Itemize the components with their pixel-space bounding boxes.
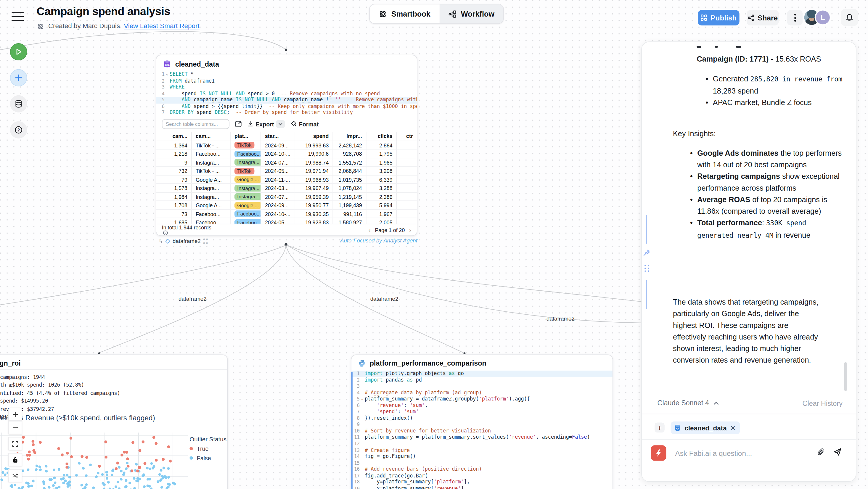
ask-fabi-input[interactable]: [674, 447, 813, 460]
assistant-paragraph: The data shows that retargeting campaign…: [673, 296, 820, 366]
chart-cell-campaign-roi[interactable]: campaign_roi Total valid campaigns: 1944…: [0, 354, 228, 489]
table-row[interactable]: 1,364TikTok - ...TikTok2024-09...19,993.…: [156, 141, 417, 150]
sql-output-dataframe[interactable]: ↳ dataframe2 ●●●●: [158, 237, 209, 245]
help-button[interactable]: ?: [10, 121, 27, 139]
paperclip-icon: [817, 448, 825, 456]
column-header[interactable]: clicks: [367, 132, 397, 141]
code-line: 15: [351, 460, 613, 466]
tab-workflow-label: Workflow: [461, 10, 494, 18]
scatter-plot[interactable]: [0, 432, 188, 489]
search-table-columns-input[interactable]: [162, 119, 229, 129]
data-sources-button[interactable]: [10, 95, 27, 113]
view-latest-smart-report-link[interactable]: View Latest Smart Report: [124, 22, 199, 30]
shuffle-button[interactable]: [8, 469, 22, 483]
view-toggle[interactable]: Smartbook Workflow: [369, 4, 504, 24]
column-header[interactable]: plat...: [230, 132, 261, 141]
export-button[interactable]: Export: [247, 120, 285, 128]
table-row[interactable]: 1,708Google A...Google ...2024-09...19,9…: [156, 201, 417, 210]
export-dropdown[interactable]: [276, 120, 285, 128]
share-button[interactable]: Share: [747, 10, 779, 26]
zoom-in-button[interactable]: [8, 407, 22, 421]
table-cell: 19,968.93: [294, 176, 333, 184]
format-paint-icon: [291, 121, 297, 127]
table-cell: 2024-03...: [261, 184, 294, 192]
connector-dot-top[interactable]: [285, 49, 287, 51]
send-button[interactable]: [833, 448, 842, 456]
legend-item-false[interactable]: False: [189, 455, 226, 461]
tab-smartbook[interactable]: Smartbook: [370, 4, 439, 23]
table-cell: 2,068,844: [333, 167, 366, 175]
table-row[interactable]: 1,218Faceboo...Faceboo...2024-10-...19,9…: [156, 150, 417, 158]
prev-page-button[interactable]: ‹: [369, 226, 371, 233]
remove-context-icon[interactable]: ✕: [730, 424, 736, 432]
ai-assistant-panel[interactable]: Campaign (ID: 1771) - 15.63x ROAS Genera…: [641, 41, 856, 482]
table-cell: 3,288: [367, 184, 397, 192]
code-line: 1import plotly.graph_objects as go: [351, 371, 613, 377]
tab-workflow[interactable]: Workflow: [439, 4, 503, 23]
table-row[interactable]: 9Instagra...Instagra...2024-07...19,988.…: [156, 158, 417, 167]
zoom-out-button[interactable]: [8, 421, 22, 434]
next-page-button[interactable]: ›: [409, 226, 411, 233]
table-cell: TikTok - ...: [192, 167, 230, 175]
sql-cell-header[interactable]: SQL cleaned_data: [156, 55, 417, 70]
table-cell: 2024-11-...: [261, 176, 294, 184]
share-icon: [748, 14, 754, 21]
platform-cell: TikTok: [230, 167, 261, 175]
table-footer: In total 1,944 recordsi ‹ Page 1 of 20 ›: [156, 224, 417, 235]
code-line: 3: [351, 383, 613, 390]
format-button[interactable]: Format: [291, 121, 319, 127]
model-selector[interactable]: Claude Sonnet 4: [657, 399, 719, 407]
more-options-button[interactable]: [787, 10, 803, 26]
lock-axes-button[interactable]: [8, 453, 22, 466]
hamburger-menu-icon[interactable]: [11, 12, 24, 22]
column-header[interactable]: spend: [294, 132, 333, 141]
legend-item-true[interactable]: True: [189, 445, 226, 452]
column-header[interactable]: cam...: [156, 132, 192, 141]
column-header[interactable]: star...: [261, 132, 294, 141]
cell-title: cleaned_data: [175, 60, 219, 68]
connector-dot-bottom[interactable]: [284, 243, 287, 246]
table-cell: 19,993.63: [294, 141, 333, 149]
python-editor[interactable]: 1import plotly.graph_objects as go2impor…: [351, 371, 613, 489]
add-context-button[interactable]: +: [655, 422, 664, 432]
notifications-button[interactable]: [841, 9, 858, 26]
column-header[interactable]: cam...: [192, 132, 230, 141]
scrollbar-thumb[interactable]: [844, 362, 847, 391]
chart-cell-header[interactable]: campaign_roi: [0, 355, 227, 369]
sql-cell-cleaned-data[interactable]: SQL cleaned_data 1⌄SELECT *2FROM datafra…: [156, 55, 417, 236]
attach-file-button[interactable]: [817, 448, 825, 456]
unpin-panel-icon[interactable]: [643, 249, 651, 257]
table-cell: Instagra...: [192, 184, 230, 192]
bolt-icon: [654, 449, 663, 457]
python-cell-platform-performance[interactable]: platform_performance_comparison 1import …: [351, 354, 613, 489]
publish-button[interactable]: Publish: [698, 10, 739, 26]
table-cell: 1,967: [367, 210, 397, 218]
python-cell-header[interactable]: platform_performance_comparison: [351, 355, 613, 369]
platform-badge: Google ...: [235, 176, 261, 183]
workflow-canvas[interactable]: dataframe2 dataframe2 dataframe2 datafra…: [0, 0, 868, 489]
sql-editor[interactable]: 1⌄SELECT *2FROM dataframe13WHERE4 spend …: [156, 71, 417, 116]
autoscale-button[interactable]: [8, 437, 22, 450]
drag-handle-icon[interactable]: ●●●●: [203, 237, 209, 245]
table-row[interactable]: 79Google A...Google ...2024-11-...19,968…: [156, 176, 417, 184]
table-row[interactable]: 73Faceboo...Faceboo...2024-10-...19,930.…: [156, 210, 417, 218]
plot-legend[interactable]: Outlier Status True False: [189, 436, 226, 461]
table-row[interactable]: 1,578Instagra...Instagra...2024-03...19,…: [156, 184, 417, 193]
table-cell: Google A...: [192, 176, 230, 184]
table-cell: [397, 193, 417, 201]
table-cell: [397, 150, 417, 158]
context-chip-cleaned-data[interactable]: SQL cleaned_data ✕: [671, 422, 740, 434]
column-header[interactable]: ctr: [397, 132, 417, 141]
run-all-button[interactable]: [10, 43, 27, 60]
table-cell: [397, 176, 417, 184]
result-table[interactable]: cam...cam...plat...star...spendimpr...cl…: [156, 132, 417, 227]
table-cell: [397, 201, 417, 209]
table-row[interactable]: 732TikTok - ...TikTok2024-05...19,971.94…: [156, 167, 417, 176]
table-row[interactable]: 1,984Instagra...Instagra...2024-07...19,…: [156, 193, 417, 201]
add-cell-button[interactable]: [10, 69, 27, 86]
collaborator-avatar[interactable]: L: [815, 9, 831, 26]
panel-drag-handle[interactable]: [644, 264, 650, 272]
expand-table-icon[interactable]: [235, 121, 242, 127]
column-header[interactable]: impr...: [333, 132, 366, 141]
clear-history-button[interactable]: Clear History: [803, 400, 842, 407]
